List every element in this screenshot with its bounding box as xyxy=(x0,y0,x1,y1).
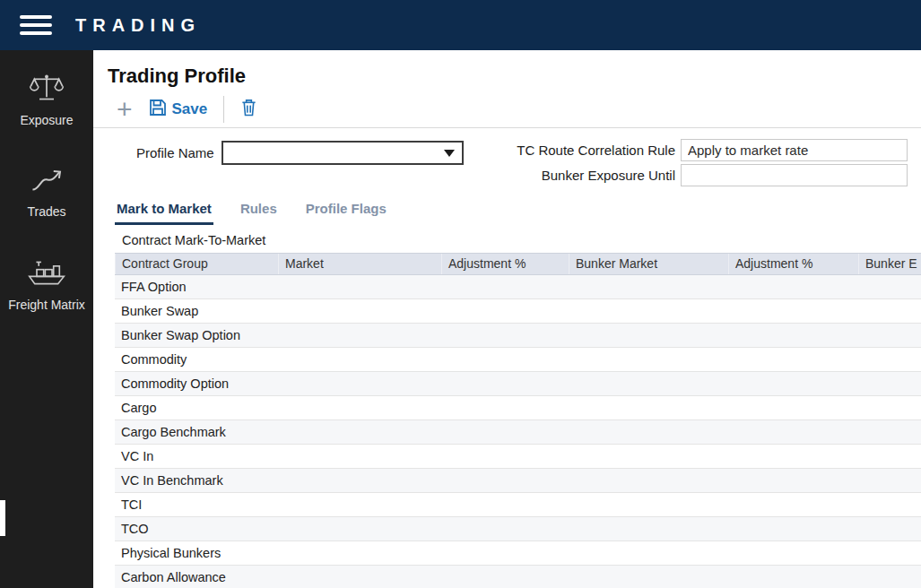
grid-row-contract-group[interactable]: Cargo Benchmark xyxy=(115,420,921,445)
sidebar-item-trades[interactable]: Trades xyxy=(27,167,65,219)
main-content: Trading Profile + Save xyxy=(93,50,921,588)
bunker-exposure-until-label: Bunker Exposure Until xyxy=(542,168,675,183)
toolbar: + Save xyxy=(93,88,921,127)
profile-form: Profile Name TC Route Correlation Rule B… xyxy=(93,128,921,190)
grid-row-contract-group[interactable]: Commodity Option xyxy=(115,372,921,396)
grid-column-header[interactable]: Contract Group xyxy=(115,254,278,274)
grid-row-contract-group[interactable]: Carbon Allowance xyxy=(115,566,921,588)
tab-bar: Mark to Market Rules Profile Flags xyxy=(93,190,921,225)
tc-route-correlation-label: TC Route Correlation Rule xyxy=(517,143,675,158)
grid-body: FFA Option Bunker Swap Bunker Swap Optio… xyxy=(115,275,921,588)
delete-button[interactable] xyxy=(240,98,257,121)
app-title: TRADING xyxy=(75,15,201,36)
sidebar-item-label: Trades xyxy=(27,204,65,219)
grid-row-contract-group[interactable]: Bunker Swap Option xyxy=(115,324,921,348)
scales-icon xyxy=(29,74,65,106)
grid-column-header[interactable]: Market xyxy=(278,254,441,274)
grid-row-contract-group[interactable]: Cargo xyxy=(115,396,921,420)
top-navigation-bar: TRADING xyxy=(0,0,921,50)
grid-header-row: Contract Group Market Adjustment % Bunke… xyxy=(115,253,921,275)
page-title: Trading Profile xyxy=(93,50,921,88)
sidebar-item-label: Exposure xyxy=(20,113,73,127)
grid-row-contract-group[interactable]: Physical Bunkers xyxy=(115,541,921,566)
chevron-down-icon xyxy=(444,150,455,157)
toolbar-divider xyxy=(223,96,224,123)
grid-column-header[interactable]: Adjustment % xyxy=(441,254,569,274)
trend-chart-icon xyxy=(30,167,64,197)
tab-mark-to-market[interactable]: Mark to Market xyxy=(115,199,213,225)
contract-mtm-grid: Contract Group Market Adjustment % Bunke… xyxy=(115,253,921,588)
grid-column-header[interactable]: Bunker Market xyxy=(569,254,728,274)
profile-name-label: Profile Name xyxy=(136,145,214,160)
add-button[interactable]: + xyxy=(117,99,133,119)
sidebar-item-freight-matrix[interactable]: Freight Matrix xyxy=(8,258,85,312)
profile-name-select[interactable] xyxy=(222,141,464,165)
grid-row-contract-group[interactable]: Bunker Swap xyxy=(115,299,921,324)
trash-icon xyxy=(240,98,257,121)
tc-route-correlation-input[interactable] xyxy=(681,139,908,161)
grid-row-contract-group[interactable]: VC In xyxy=(115,445,921,469)
grid-row-contract-group[interactable]: FFA Option xyxy=(115,275,921,299)
grid-row-contract-group[interactable]: Commodity xyxy=(115,348,921,372)
grid-row-contract-group[interactable]: TCI xyxy=(115,493,921,517)
grid-column-header[interactable]: Adjustment % xyxy=(728,254,858,274)
sidebar: Exposure Trades xyxy=(0,50,93,588)
left-edge-scroll-notch xyxy=(0,500,5,536)
sidebar-item-label: Freight Matrix xyxy=(8,298,85,312)
tab-profile-flags[interactable]: Profile Flags xyxy=(304,199,388,225)
sidebar-item-exposure[interactable]: Exposure xyxy=(20,74,73,127)
section-title: Contract Mark-To-Market xyxy=(93,225,921,253)
bunker-exposure-until-input[interactable] xyxy=(681,164,908,186)
ship-icon xyxy=(27,258,66,290)
save-disk-icon xyxy=(149,99,167,121)
grid-row-contract-group[interactable]: TCO xyxy=(115,517,921,541)
hamburger-menu-icon[interactable] xyxy=(20,11,52,39)
grid-column-header[interactable]: Bunker E xyxy=(858,254,921,274)
tab-rules[interactable]: Rules xyxy=(239,199,279,225)
save-button[interactable]: Save xyxy=(149,99,208,121)
grid-row-contract-group[interactable]: VC In Benchmark xyxy=(115,469,921,493)
app-window: TRADING Exposure xyxy=(0,0,921,588)
save-button-label: Save xyxy=(172,100,208,118)
